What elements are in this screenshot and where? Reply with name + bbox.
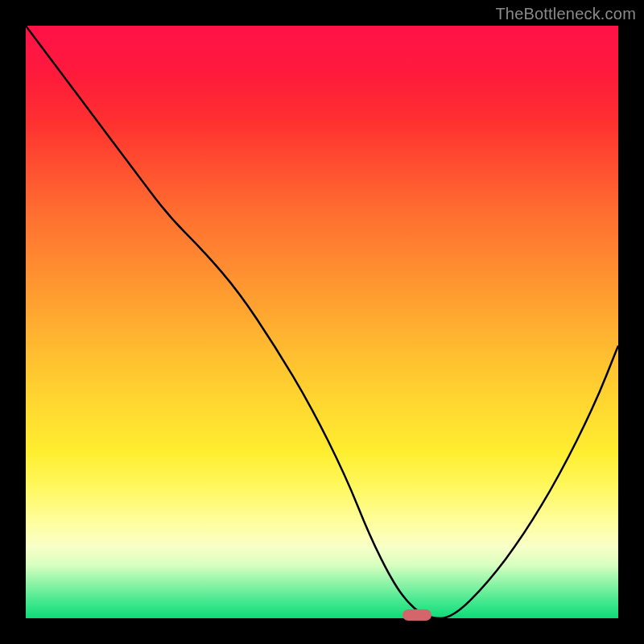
attribution-label: TheBottleneck.com xyxy=(495,5,636,23)
chart-curve xyxy=(26,26,618,618)
chart-frame: TheBottleneck.com xyxy=(0,0,644,644)
min-marker xyxy=(402,609,431,621)
curve-path xyxy=(26,26,618,618)
plot-area xyxy=(26,26,618,618)
